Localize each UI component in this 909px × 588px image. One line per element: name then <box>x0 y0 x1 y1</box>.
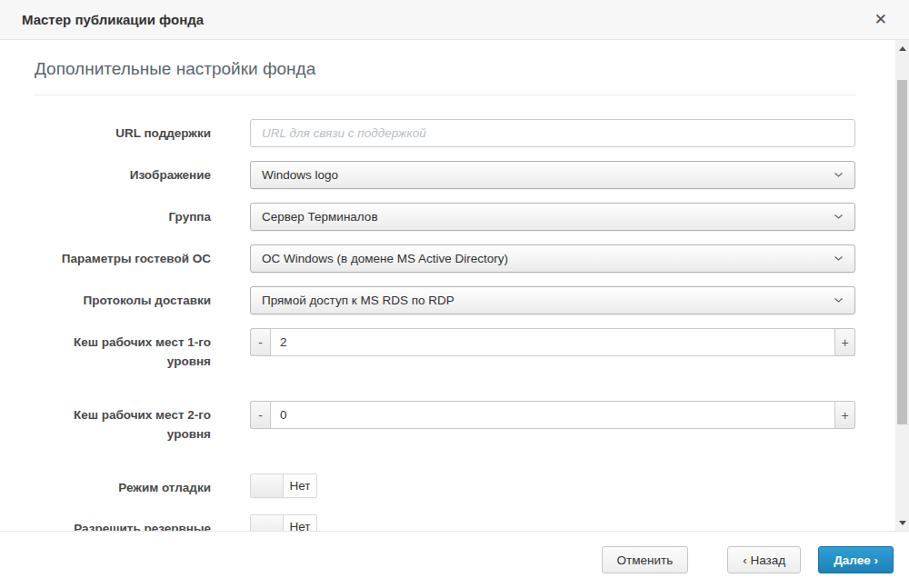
protocols-control: Прямой доступ к MS RDS по RDP <box>250 286 855 314</box>
cache-l2-increment-button[interactable]: + <box>835 401 855 429</box>
section-title: Дополнительные настройки фонда <box>35 59 855 95</box>
guest-os-select[interactable]: ОС Windows (в домене MS Active Directory… <box>250 244 855 273</box>
form-row-backups: Разрешить резервные копии Нет <box>35 514 855 531</box>
form-row-image: Изображение Windows logo <box>35 161 855 189</box>
cache-l1-input[interactable] <box>270 328 835 356</box>
scroll-up-icon[interactable] <box>895 40 909 56</box>
cache-l2-label: Кеш рабочих мест 2-го уровня <box>35 401 211 443</box>
guest-os-label: Параметры гостевой ОС <box>35 244 211 268</box>
debug-mode-toggle-state: Нет <box>284 474 316 497</box>
debug-mode-label: Режим отладки <box>35 473 211 497</box>
cancel-button[interactable]: Отменить <box>602 546 689 573</box>
group-select[interactable]: Сервер Терминалов <box>250 203 855 231</box>
scrollbar-thumb[interactable] <box>897 80 907 424</box>
debug-mode-control: Нет <box>250 473 855 498</box>
form-row-debug-mode: Режим отладки Нет <box>35 473 855 498</box>
group-control: Сервер Терминалов <box>250 203 855 231</box>
cache-l1-label: Кеш рабочих мест 1-го уровня <box>35 328 211 371</box>
form-row-cache-l2: Кеш рабочих мест 2-го уровня - + <box>35 401 855 443</box>
support-url-label: URL поддержки <box>35 119 211 143</box>
backups-label: Разрешить резервные копии <box>35 514 211 531</box>
cache-l1-control: - + <box>250 328 855 356</box>
chevron-down-icon <box>834 255 844 262</box>
cache-l2-input[interactable] <box>270 401 835 429</box>
backups-control: Нет <box>250 514 855 531</box>
chevron-down-icon <box>834 214 844 220</box>
toggle-handle <box>251 474 284 497</box>
form-row-support-url: URL поддержки <box>35 119 855 147</box>
wizard-step-content: Дополнительные настройки фонда URL подде… <box>0 40 909 531</box>
debug-mode-toggle[interactable]: Нет <box>250 473 317 498</box>
cache-l1-increment-button[interactable]: + <box>835 328 855 356</box>
modal-footer: Отменить ‹ Назад Далее › <box>0 531 909 588</box>
settings-form: URL поддержки Изображение Windows logo <box>35 95 855 531</box>
form-row-guest-os: Параметры гостевой ОС ОС Windows (в доме… <box>35 244 855 273</box>
form-row-protocols: Протоколы доставки Прямой доступ к MS RD… <box>35 286 855 314</box>
protocols-label: Протоколы доставки <box>35 286 211 310</box>
cache-l1-stepper: - + <box>250 328 855 356</box>
support-url-input[interactable] <box>250 119 855 147</box>
back-button[interactable]: ‹ Назад <box>727 546 801 573</box>
image-select-value: Windows logo <box>262 168 826 182</box>
protocols-select[interactable]: Прямой доступ к MS RDS по RDP <box>250 286 855 314</box>
toggle-handle <box>251 515 284 531</box>
image-select[interactable]: Windows logo <box>250 161 855 189</box>
close-icon[interactable]: ✕ <box>871 10 891 29</box>
guest-os-control: ОС Windows (в домене MS Active Directory… <box>250 244 855 273</box>
cache-l2-decrement-button[interactable]: - <box>250 401 270 429</box>
support-url-control <box>250 119 855 147</box>
form-row-cache-l1: Кеш рабочих мест 1-го уровня - + <box>35 328 855 371</box>
cache-l2-stepper: - + <box>250 401 855 429</box>
cache-l2-control: - + <box>250 401 855 429</box>
scroll-down-icon[interactable] <box>895 514 909 531</box>
group-label: Группа <box>35 203 211 226</box>
group-select-value: Сервер Терминалов <box>262 210 826 224</box>
chevron-down-icon <box>834 297 844 304</box>
wizard-modal: Мастер публикации фонда ✕ Дополнительные… <box>0 0 909 588</box>
chevron-down-icon <box>834 172 844 178</box>
modal-header: Мастер публикации фонда ✕ <box>0 0 909 40</box>
form-row-group: Группа Сервер Терминалов <box>35 203 855 231</box>
modal-body: Дополнительные настройки фонда URL подде… <box>0 40 909 531</box>
scrollbar[interactable] <box>895 40 909 531</box>
image-label: Изображение <box>35 161 211 184</box>
image-control: Windows logo <box>250 161 855 189</box>
backups-toggle-state: Нет <box>284 515 316 531</box>
modal-title: Мастер публикации фонда <box>22 12 871 27</box>
protocols-select-value: Прямой доступ к MS RDS по RDP <box>262 294 826 307</box>
cache-l1-decrement-button[interactable]: - <box>250 328 270 356</box>
next-button[interactable]: Далее › <box>818 546 894 573</box>
backups-toggle[interactable]: Нет <box>250 514 317 531</box>
guest-os-select-value: ОС Windows (в домене MS Active Directory… <box>262 252 826 265</box>
